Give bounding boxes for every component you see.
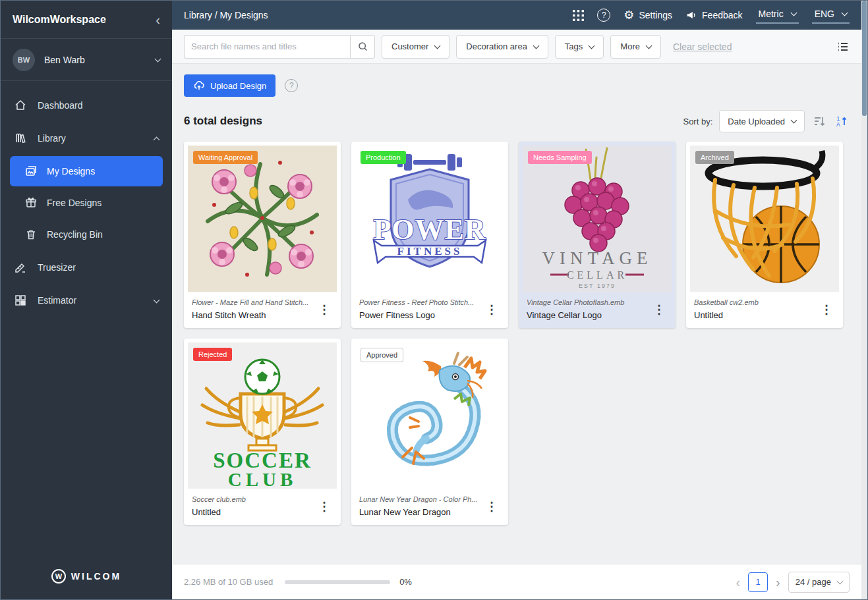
chevron-up-icon [154, 137, 160, 144]
card-menu-kebab-icon[interactable]: ⋮ [483, 499, 500, 514]
apps-grid-button[interactable] [573, 10, 584, 21]
search-input[interactable] [184, 35, 350, 59]
sort-field-value: Date Uploaded [728, 117, 785, 126]
design-title: Hand Stitch Wreath [192, 310, 316, 320]
sidebar: WilcomWorkspace ‹ BW Ben Warb Dashboard … [1, 1, 172, 599]
sidebar-item-free-designs[interactable]: Free Designs [10, 188, 163, 218]
lunar-dragon-art [355, 342, 504, 489]
design-card-vintage-cellar[interactable]: VINTAGE CELLAR EST 1979 Needs Sampling V… [519, 142, 676, 328]
art-word-power: POWER [373, 213, 486, 246]
card-menu-kebab-icon[interactable]: ⋮ [818, 302, 835, 317]
design-meta: Vintage Cellar Photoflash.emb Vintage Ce… [527, 298, 651, 320]
design-card-soccer-club[interactable]: SOCCER CLUB Rejected Soccer club.emb Unt… [184, 339, 341, 525]
vertical-scrollbar [861, 1, 867, 599]
design-filename: Flower - Maze Fill and Hand Stitch... [192, 298, 316, 306]
customer-filter[interactable]: Customer [382, 35, 449, 59]
scrollbar-thumb[interactable] [862, 1, 867, 116]
design-card-hand-stitch-wreath[interactable]: Waiting Approval Flower - Maze Fill and … [184, 142, 341, 328]
sidebar-item-truesizer[interactable]: Truesizer [1, 251, 172, 284]
sidebar-nav: Dashboard Library My Designs Free Design… [1, 81, 172, 317]
card-footer: Soccer club.emb Untitled ⋮ [184, 493, 341, 525]
images-icon [24, 165, 38, 178]
design-card-power-fitness[interactable]: POWER FITNESS Production Power Fitness -… [351, 142, 508, 328]
card-menu-kebab-icon[interactable]: ⋮ [483, 302, 500, 317]
units-select[interactable]: Metric [756, 7, 799, 24]
upload-row: Upload Design ? [184, 74, 850, 97]
card-menu-kebab-icon[interactable]: ⋮ [316, 499, 333, 514]
customer-filter-label: Customer [391, 41, 428, 51]
page-size-select[interactable]: 24 / page [788, 572, 850, 593]
sort-amount-icon [813, 115, 826, 128]
list-view-toggle[interactable] [836, 40, 850, 53]
design-card-lunar-dragon[interactable]: Approved Lunar New Year Dragon - Color P… [351, 339, 508, 525]
design-thumbnail-flower-wreath: Waiting Approval [188, 146, 337, 292]
trash-icon [24, 228, 38, 241]
sidebar-collapse-icon[interactable]: ‹ [156, 13, 160, 26]
decoration-area-filter[interactable]: Decoration area [456, 35, 548, 59]
home-icon [14, 99, 27, 112]
current-page-button[interactable]: 1 [748, 572, 768, 592]
feedback-button[interactable]: Feedback [685, 9, 742, 21]
more-filter[interactable]: More [610, 35, 661, 59]
sidebar-item-library[interactable]: Library [1, 122, 172, 155]
design-title: Lunar New Year Dragon [359, 507, 483, 517]
design-meta: Lunar New Year Dragon - Color Ph... Luna… [359, 495, 483, 517]
sidebar-item-my-designs[interactable]: My Designs [10, 156, 163, 186]
chevron-down-icon [154, 297, 160, 304]
app-brand: WilcomWorkspace [13, 14, 106, 26]
status-badge: Waiting Approval [193, 151, 258, 164]
storage-progress-bar [285, 580, 390, 584]
tags-filter[interactable]: Tags [555, 35, 604, 59]
svg-text:A: A [836, 121, 840, 128]
upload-help-icon[interactable]: ? [285, 79, 298, 92]
language-select[interactable]: ENG [812, 7, 850, 24]
sidebar-item-recycling-bin[interactable]: Recycling Bin [10, 219, 163, 250]
design-title: Untitled [694, 310, 818, 320]
search-group [184, 35, 375, 59]
sort-alpha-button[interactable]: 1A [834, 113, 850, 129]
upload-design-button[interactable]: Upload Design [184, 74, 275, 97]
topbar: Library / My Designs ? ⚙ Settings Feedba… [172, 1, 861, 30]
art-word-est: EST 1979 [579, 283, 616, 289]
topbar-actions: ? ⚙ Settings Feedback Metric ENG [573, 7, 850, 24]
clear-selected-link[interactable]: Clear selected [673, 41, 732, 52]
chevron-down-icon [837, 578, 844, 584]
chevron-down-icon [842, 10, 848, 16]
flower-wreath-art [188, 146, 337, 292]
help-icon: ? [597, 9, 610, 22]
status-bar: 2.26 MB of 10 GB used 0% ‹ 1 › 24 / page [172, 564, 861, 599]
breadcrumb[interactable]: Library / My Designs [184, 10, 268, 20]
sidebar-item-estimator[interactable]: Estimator [1, 284, 172, 317]
settings-button[interactable]: ⚙ Settings [623, 9, 672, 21]
design-title: Power Fitness Logo [359, 310, 483, 320]
sidebar-item-label: Estimator [38, 295, 76, 306]
user-menu[interactable]: BW Ben Warb [1, 39, 172, 81]
design-title: Untitled [192, 507, 316, 517]
card-footer: Flower - Maze Fill and Hand Stitch... Ha… [184, 296, 341, 328]
status-badge: Production [361, 151, 406, 164]
prev-page-icon[interactable]: ‹ [736, 576, 740, 589]
status-badge: Rejected [193, 348, 232, 361]
next-page-icon[interactable]: › [776, 576, 780, 589]
upload-cloud-icon [193, 80, 205, 92]
design-card-basketball[interactable]: Archived Basketball cw2.emb Untitled ⋮ [686, 142, 843, 328]
sidebar-item-label: Dashboard [38, 100, 83, 111]
card-menu-kebab-icon[interactable]: ⋮ [651, 302, 668, 317]
sidebar-item-dashboard[interactable]: Dashboard [1, 89, 172, 122]
design-title: Vintage Cellar Logo [527, 310, 651, 320]
power-fitness-art: POWER FITNESS [355, 146, 504, 292]
sort-amount-button[interactable] [811, 113, 827, 129]
megaphone-icon [685, 9, 697, 21]
filter-bar: Customer Decoration area Tags More Clear… [172, 30, 861, 64]
upload-design-label: Upload Design [210, 81, 266, 91]
sort-field-select[interactable]: Date Uploaded [719, 110, 805, 132]
content-area: Upload Design ? 6 total designs Sort by:… [172, 64, 861, 564]
card-footer: Vintage Cellar Photoflash.emb Vintage Ce… [519, 296, 676, 328]
search-button[interactable] [350, 35, 375, 59]
card-menu-kebab-icon[interactable]: ⋮ [316, 302, 333, 317]
chevron-down-icon [790, 10, 797, 16]
help-button[interactable]: ? [597, 9, 610, 22]
chevron-wrap [154, 295, 159, 306]
art-word-club: CLUB [228, 469, 297, 489]
chevron-down-icon [646, 42, 652, 49]
